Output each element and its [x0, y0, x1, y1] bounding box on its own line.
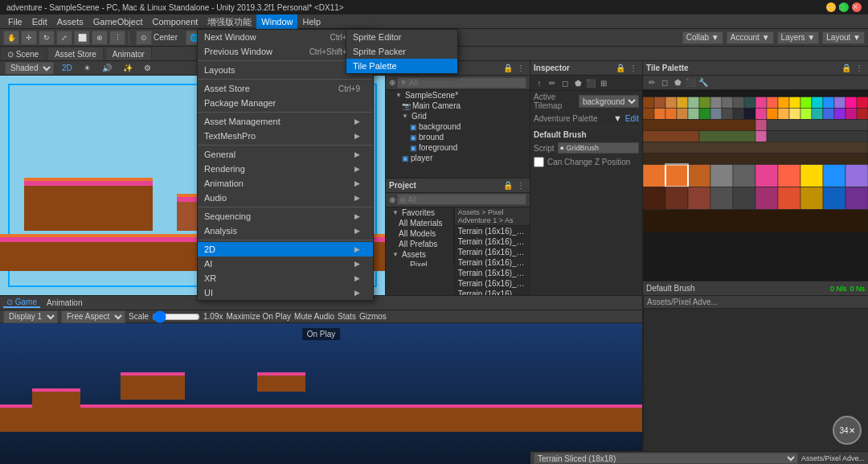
- menu-ai[interactable]: AI ▶: [198, 257, 373, 271]
- tab-animator[interactable]: Animator: [105, 47, 152, 60]
- audio-toggle[interactable]: 🔊: [99, 64, 115, 72]
- center-pivot-toggle[interactable]: ⊙ Center: [136, 31, 178, 45]
- can-change-z-checkbox[interactable]: [534, 157, 544, 167]
- proj-plus-icon[interactable]: ⊕: [389, 195, 395, 204]
- inspector-more-icon[interactable]: ⋮: [628, 63, 639, 74]
- maximize-btn[interactable]: □: [839, 2, 849, 12]
- maximize-on-play-btn[interactable]: Maximize On Play: [226, 312, 291, 321]
- asset-terrain-110[interactable]: Terrain (16x16)_110: [455, 278, 530, 289]
- menu-package-manager[interactable]: Package Manager: [198, 96, 373, 110]
- insp-rect-icon[interactable]: ⬛: [585, 77, 596, 88]
- menu-ui[interactable]: UI ▶: [198, 285, 373, 300]
- asset-terrain-106[interactable]: Terrain (16x16)_106: [455, 236, 530, 247]
- active-tilemap-dropdown[interactable]: background: [579, 95, 639, 108]
- submenu-sprite-packer[interactable]: Sprite Packer: [346, 44, 457, 59]
- hierarchy-lock-icon[interactable]: 🔒: [502, 63, 514, 74]
- tab-asset-store[interactable]: Asset Store: [47, 47, 104, 60]
- asset-terrain-109[interactable]: Terrain (16x16)_109: [455, 268, 530, 278]
- menu-asset-management[interactable]: Asset Management ▶: [198, 114, 373, 129]
- tab-animation[interactable]: Animation: [43, 298, 85, 307]
- inspector-lock-icon[interactable]: 🔒: [615, 63, 626, 74]
- minimize-btn[interactable]: —: [826, 2, 836, 12]
- hier-player[interactable]: ▣ player: [386, 153, 530, 163]
- edit-button[interactable]: Edit: [625, 114, 639, 123]
- script-value[interactable]: ● GridBrush: [558, 142, 639, 154]
- layout-button[interactable]: Layout ▼: [822, 31, 865, 44]
- hier-bround[interactable]: ▣ bround: [386, 132, 530, 142]
- menu-edit[interactable]: Edit: [27, 14, 52, 29]
- tp-rect-icon[interactable]: ◻: [659, 77, 670, 88]
- mute-audio-btn[interactable]: Mute Audio: [294, 312, 334, 321]
- project-search[interactable]: [397, 194, 526, 205]
- menu-general[interactable]: General ▶: [198, 147, 373, 162]
- asset-terrain-111[interactable]: Terrain (16x16)_111: [455, 289, 530, 296]
- hier-grid[interactable]: ▼ Grid: [386, 111, 530, 121]
- collab-button[interactable]: Collab ▼: [682, 31, 723, 44]
- menu-animation[interactable]: Animation ▶: [198, 176, 373, 191]
- asset-terrain-107[interactable]: Terrain (16x16)_107: [455, 247, 530, 257]
- tp-fill-icon[interactable]: ⬟: [672, 77, 683, 88]
- menu-audio[interactable]: Audio ▶: [198, 191, 373, 205]
- insp-fill-icon[interactable]: ◻: [559, 77, 571, 88]
- menu-xr[interactable]: XR ▶: [198, 271, 373, 285]
- menu-file[interactable]: File: [3, 14, 27, 29]
- layers-button[interactable]: Layers ▼: [777, 31, 820, 44]
- hier-maincamera[interactable]: 📷 Main Camera: [386, 101, 530, 111]
- menu-addon[interactable]: 增强版功能: [203, 14, 256, 29]
- proj-favorites[interactable]: ▼ Favorites: [386, 207, 453, 218]
- hier-foreground[interactable]: ▣ foreground: [386, 142, 530, 153]
- tool-custom[interactable]: ⋮: [109, 31, 125, 45]
- hier-background[interactable]: ▣ background: [386, 121, 530, 132]
- proj-pixel-adv[interactable]: 📁 Pixel Adven...: [386, 260, 453, 267]
- menu-assets[interactable]: Assets: [52, 14, 88, 29]
- menu-sequencing[interactable]: Sequencing ▶: [198, 209, 373, 224]
- fx-toggle[interactable]: ✨: [120, 64, 136, 72]
- proj-all-models[interactable]: All Models: [386, 228, 453, 239]
- stats-btn[interactable]: Stats: [338, 312, 356, 321]
- hierarchy-more-icon[interactable]: ⋮: [515, 63, 526, 74]
- tool-move[interactable]: ✛: [21, 31, 37, 45]
- tile-palette-lock-icon[interactable]: 🔒: [841, 63, 852, 74]
- proj-all-prefabs[interactable]: All Prefabs: [386, 239, 453, 249]
- menu-rendering[interactable]: Rendering ▶: [198, 162, 373, 176]
- tab-scene[interactable]: ⊙ Scene: [0, 47, 46, 60]
- menu-analysis[interactable]: Analysis ▶: [198, 224, 373, 238]
- gizmos-toggle[interactable]: ⚙: [141, 64, 154, 72]
- center-btn[interactable]: ⊙: [136, 31, 152, 45]
- 2d-toggle[interactable]: 2D: [59, 64, 76, 72]
- tile-palette-more-icon[interactable]: ⋮: [854, 63, 865, 74]
- tool-hand[interactable]: ✋: [3, 31, 19, 45]
- hier-samplescene[interactable]: ▼ SampleScene*: [386, 90, 530, 101]
- gizmos-btn[interactable]: Gizmos: [359, 312, 387, 321]
- shading-dropdown[interactable]: Shaded: [5, 62, 54, 75]
- insp-pick-icon[interactable]: ⬟: [572, 77, 583, 88]
- tp-erase-icon[interactable]: ⬛: [685, 77, 696, 88]
- tool-scale[interactable]: ⤢: [56, 31, 72, 45]
- hierarchy-search[interactable]: [397, 77, 526, 88]
- menu-asset-store[interactable]: Asset Store Ctrl+9: [198, 81, 373, 96]
- aspect-dropdown[interactable]: Free Aspect: [61, 310, 125, 323]
- menu-gameobject[interactable]: GameObject: [88, 14, 148, 29]
- menu-component[interactable]: Component: [147, 14, 203, 29]
- tool-rotate[interactable]: ↻: [39, 31, 55, 45]
- close-btn[interactable]: ✕: [852, 2, 862, 12]
- tool-combined[interactable]: ⊕: [92, 31, 108, 45]
- tp-tool-icon[interactable]: 🔧: [698, 77, 709, 88]
- menu-help[interactable]: Help: [297, 14, 326, 29]
- account-button[interactable]: Account ▼: [727, 31, 774, 44]
- menu-textmeshpro[interactable]: TextMeshPro ▶: [198, 129, 373, 143]
- menu-window[interactable]: Window: [256, 14, 297, 29]
- scale-slider[interactable]: [152, 313, 200, 321]
- display-dropdown[interactable]: Display 1: [3, 310, 58, 323]
- insp-arrow-icon[interactable]: ↑: [534, 77, 545, 88]
- insp-pen-icon[interactable]: ✏: [547, 77, 558, 88]
- submenu-sprite-editor[interactable]: Sprite Editor: [346, 30, 457, 44]
- tp-pen-icon[interactable]: ✏: [646, 77, 657, 88]
- tool-rect[interactable]: ⬜: [74, 31, 90, 45]
- menu-2d[interactable]: 2D ▶: [198, 242, 373, 257]
- asset-terrain-105[interactable]: Terrain (16x16)_105: [455, 226, 530, 236]
- project-more-icon[interactable]: ⋮: [515, 179, 526, 191]
- proj-all-materials[interactable]: All Materials: [386, 218, 453, 228]
- lighting-toggle[interactable]: ☀: [80, 64, 94, 72]
- submenu-tile-palette[interactable]: Tile Palette: [346, 59, 457, 73]
